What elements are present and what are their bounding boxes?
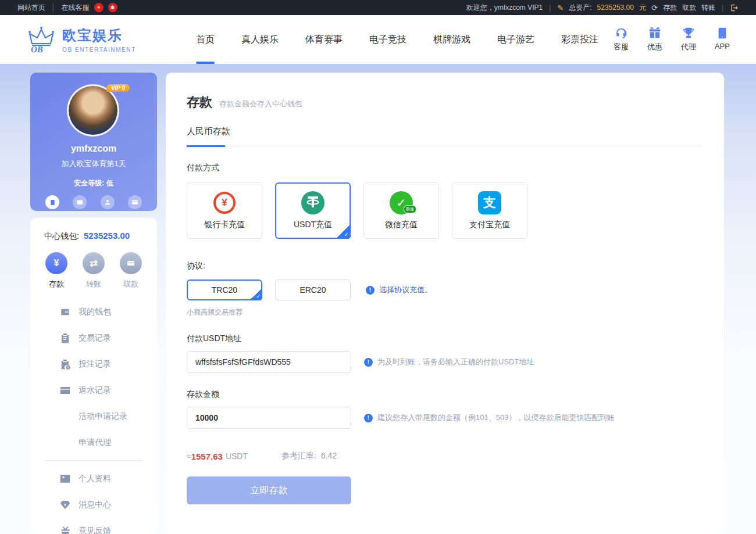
page-content: VIP 0 ymfxzcom 加入欧宝体育第1天 安全等级: 低 中心钱包: 5…	[0, 64, 756, 534]
promotions-button[interactable]: 优惠	[647, 27, 662, 52]
nav-item-lottery[interactable]: 彩票投注	[548, 15, 612, 64]
rate-label: 参考汇率:	[281, 451, 316, 461]
sidebar-item-feedback[interactable]: 意见反馈	[30, 518, 157, 534]
payment-label: 微信充值	[385, 220, 418, 230]
transfer-arrows-icon: ⇄	[83, 252, 105, 274]
center-wallet-value[interactable]: 5235253.00	[84, 231, 130, 241]
active-tab-underline	[187, 145, 225, 147]
bank-card-icon	[120, 252, 142, 274]
nav-item-slots[interactable]: 电子游艺	[484, 15, 548, 64]
flower-glyph: ✽	[110, 5, 115, 10]
email-verify-icon[interactable]	[73, 195, 87, 209]
protocol-erc20-button[interactable]: ERC20	[275, 279, 351, 300]
divider: |	[549, 3, 551, 12]
action-deposit[interactable]: ¥ 存款	[45, 252, 67, 289]
submit-deposit-button[interactable]: 立即存款	[187, 476, 351, 504]
site-logo[interactable]: OB 欧宝娱乐 OB ENTERTAINMENT	[26, 26, 136, 53]
phone-verify-icon[interactable]	[45, 195, 59, 209]
icon-label: 代理	[681, 42, 696, 52]
menu-label: 返水记录	[79, 385, 111, 396]
topbar-transfer-link[interactable]: 转账	[701, 3, 715, 13]
protocol-hint-text: 选择协议充值。	[379, 285, 432, 295]
nav-label: 体育赛事	[305, 34, 343, 46]
china-flag-icon[interactable]: ★	[94, 3, 104, 12]
hongkong-flag-icon[interactable]: ✽	[108, 3, 117, 12]
logout-icon[interactable]	[730, 3, 739, 12]
crown-logo-icon: OB	[26, 26, 56, 53]
payment-card-alipay[interactable]: 支 支付宝充值	[452, 182, 527, 239]
tab-cny-deposit[interactable]: 人民币存款	[187, 126, 230, 146]
info-icon: !	[366, 286, 375, 295]
svg-text:OB: OB	[31, 45, 43, 53]
payment-label: 银行卡充值	[204, 220, 245, 230]
payment-card-wechat[interactable]: ✓ 极速 微信充值	[363, 182, 439, 239]
payment-card-bank[interactable]: ¥ 银行卡充值	[187, 182, 262, 239]
avatar[interactable]	[67, 84, 119, 137]
divider	[44, 460, 143, 461]
usdt-address-input[interactable]	[187, 351, 351, 373]
nav-label: 彩票投注	[561, 34, 598, 46]
action-transfer[interactable]: ⇄ 转账	[83, 252, 105, 289]
agent-button[interactable]: 代理	[681, 27, 696, 52]
tab-label: 人民币存款	[187, 126, 230, 136]
sidebar-item-message-center[interactable]: 消息中心	[30, 492, 157, 518]
bankcard-verify-icon[interactable]	[128, 195, 142, 209]
divider: │	[51, 3, 56, 12]
deposit-amount-input[interactable]	[187, 407, 351, 429]
refresh-icon[interactable]: ⟳	[651, 3, 658, 12]
menu-label: 交易记录	[79, 333, 111, 343]
edit-pencil-icon[interactable]: ✎	[557, 3, 564, 12]
sidebar-item-my-wallet[interactable]: 我的钱包	[30, 299, 157, 325]
nav-label: 棋牌游戏	[433, 34, 470, 46]
speed-badge: 极速	[404, 205, 416, 213]
sidebar-item-activity-records[interactable]: 活动申请记录	[30, 403, 157, 429]
nav-item-live-casino[interactable]: 真人娱乐	[228, 15, 292, 64]
sidebar-item-transaction-records[interactable]: 交易记录	[30, 325, 157, 351]
sidebar-item-profile[interactable]: 个人资料	[30, 465, 157, 492]
wallet-icon	[59, 307, 71, 317]
site-home-link[interactable]: 网站首页	[17, 3, 45, 13]
topbar-withdraw-link[interactable]: 取款	[682, 3, 696, 13]
rebate-card-icon	[59, 386, 71, 395]
action-label: 转账	[86, 279, 101, 289]
protocol-trc20-button[interactable]: TRC20 ✓	[187, 279, 262, 300]
nav-item-sports[interactable]: 体育赛事	[292, 15, 356, 64]
online-service-link[interactable]: 在线客服	[62, 3, 90, 13]
app-download-button[interactable]: APP	[715, 27, 730, 52]
total-assets-unit: 元	[639, 3, 646, 13]
action-label: 取款	[123, 279, 138, 289]
logo-cn-text: 欧宝娱乐	[62, 26, 136, 45]
menu-label: 意见反馈	[79, 526, 111, 534]
nav-label: 电子竞技	[369, 34, 406, 46]
amount-hint-text: 建议您存入带尾数的金额（例101、503），以便存款后能更快匹配到账	[377, 413, 614, 423]
feedback-box-icon	[59, 526, 71, 534]
page-title: 存款	[187, 94, 212, 111]
selected-check-icon: ✓	[336, 224, 351, 239]
identity-verify-icon[interactable]	[101, 195, 115, 209]
topbar-deposit-link[interactable]: 存款	[663, 3, 677, 13]
sidebar-item-rebate-records[interactable]: 返水记录	[30, 377, 157, 403]
nav-item-board-games[interactable]: 棋牌游戏	[420, 15, 484, 64]
customer-service-button[interactable]: 客服	[614, 27, 629, 52]
phone-icon	[716, 27, 729, 40]
headset-icon	[615, 27, 627, 40]
deposit-panel: 存款 存款金额会存入中心钱包 人民币存款 付款方式 ¥ 银行卡充值 USDT充值…	[166, 73, 724, 534]
payment-card-usdt[interactable]: USDT充值 ✓	[275, 182, 351, 239]
bet-record-icon	[59, 359, 71, 370]
address-hint-text: 为及时到账，请务必输入正确的付款USDT地址	[377, 357, 534, 367]
sidebar-item-apply-agent[interactable]: 申请代理	[30, 429, 157, 456]
nav-item-home[interactable]: 首页	[183, 15, 228, 64]
sidebar-item-bet-records[interactable]: 投注记录	[30, 351, 157, 377]
wechat-pay-icon: ✓ 极速	[390, 191, 413, 214]
id-card-icon	[59, 474, 71, 483]
user-card: VIP 0 ymfxzcom 加入欧宝体育第1天 安全等级: 低	[30, 73, 157, 211]
page-subtitle: 存款金额会存入中心钱包	[219, 99, 302, 109]
security-level-text: 安全等级: 低	[30, 178, 157, 188]
menu-label: 活动申请记录	[79, 411, 127, 422]
icon-label: 客服	[614, 42, 629, 52]
payment-label: 支付宝充值	[469, 220, 510, 230]
action-withdraw[interactable]: 取款	[120, 252, 142, 289]
main-nav: 首页 真人娱乐 体育赛事 电子竞技 棋牌游戏 电子游艺 彩票投注	[183, 15, 612, 64]
nav-item-esports[interactable]: 电子竞技	[356, 15, 420, 64]
menu-label: 我的钱包	[79, 307, 111, 317]
